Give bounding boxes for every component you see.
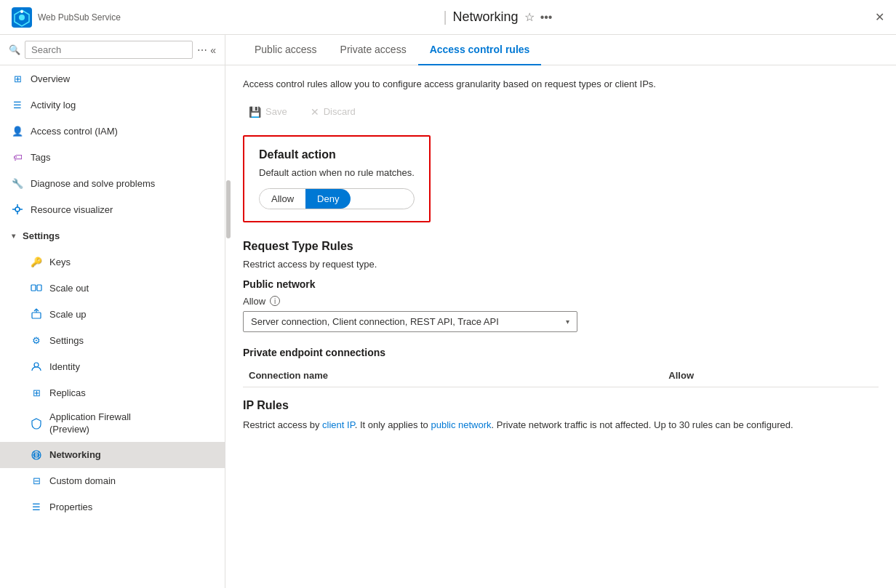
app-name: Web PubSub Service — [38, 12, 121, 23]
sidebar-item-label: Custom domain — [49, 475, 116, 486]
svg-rect-11 — [32, 313, 41, 318]
sidebar-item-visualizer[interactable]: Resource visualizer — [0, 196, 225, 222]
save-icon: 💾 — [249, 106, 261, 118]
sidebar-item-networking[interactable]: Networking — [0, 442, 225, 468]
favorite-icon[interactable]: ☆ — [524, 10, 535, 24]
sidebar-item-label: Access control (IAM) — [31, 126, 118, 137]
sidebar-item-tags[interactable]: 🏷 Tags — [0, 144, 225, 170]
discard-icon: ✕ — [311, 106, 319, 118]
title-bar-center: | Networking ☆ ••• — [443, 9, 552, 25]
col-connection-name: Connection name — [243, 370, 663, 381]
svg-point-4 — [15, 207, 20, 212]
overview-icon: ⊞ — [12, 73, 23, 84]
more-options-icon[interactable]: ••• — [540, 11, 553, 24]
table-header: Connection name Allow — [243, 364, 879, 387]
sidebar-item-diagnose[interactable]: 🔧 Diagnose and solve problems — [0, 170, 225, 196]
ip-rules-description: Restrict access by client IP. It only ap… — [243, 418, 879, 432]
title-bar-right: ✕ — [875, 10, 884, 24]
title-bar-left: Web PubSub Service — [12, 7, 121, 28]
sidebar-item-label: Networking — [49, 449, 101, 460]
sidebar-section-settings[interactable]: ▾ Settings — [0, 222, 225, 249]
sidebar: 🔍 ⋯ « ⊞ Overview ☰ Activity log — [0, 35, 225, 588]
sidebar-scrollbar-thumb — [226, 180, 231, 238]
sidebar-collapse-btn[interactable]: « — [210, 44, 216, 56]
client-ip-link[interactable]: client IP — [322, 419, 355, 430]
svg-rect-9 — [31, 285, 36, 291]
sidebar-item-label: Application Firewall(Preview) — [49, 411, 131, 436]
sidebar-item-keys[interactable]: 🔑 Keys — [0, 249, 225, 275]
sidebar-item-label: Scale out — [49, 283, 89, 294]
sidebar-item-settings[interactable]: ⚙ Settings — [0, 327, 225, 353]
close-icon[interactable]: ✕ — [875, 10, 884, 24]
settings-icon: ⚙ — [31, 334, 42, 346]
request-type-rules-desc: Restrict access by request type. — [243, 259, 879, 270]
keys-icon: 🔑 — [31, 256, 42, 267]
sidebar-item-label: Identity — [49, 361, 80, 372]
sidebar-item-label: Tags — [31, 152, 50, 163]
discard-button[interactable]: ✕ Discard — [305, 103, 361, 121]
sidebar-item-overview[interactable]: ⊞ Overview — [0, 65, 225, 92]
custom-domain-icon: ⊟ — [31, 475, 42, 487]
private-endpoint-title: Private endpoint connections — [243, 347, 879, 358]
sidebar-item-label: Replicas — [49, 387, 86, 398]
allow-toggle-btn[interactable]: Allow — [260, 189, 305, 209]
tab-private-access[interactable]: Private access — [329, 35, 418, 65]
title-bar: Web PubSub Service | Networking ☆ ••• ✕ — [0, 0, 896, 35]
scale-up-icon — [31, 308, 42, 320]
tab-public-access[interactable]: Public access — [243, 35, 329, 65]
deny-toggle-btn[interactable]: Deny — [305, 189, 351, 209]
col-allow: Allow — [663, 370, 879, 381]
ip-rules-title: IP Rules — [243, 399, 879, 412]
page-description: Access control rules allow you to config… — [243, 77, 879, 92]
save-button[interactable]: 💾 Save — [243, 103, 293, 121]
default-action-box: Default action Default action when no ru… — [243, 135, 431, 222]
sidebar-search-area: 🔍 ⋯ « — [0, 35, 225, 65]
sidebar-item-replicas[interactable]: ⊞ Replicas — [0, 379, 225, 406]
svg-rect-10 — [37, 285, 41, 291]
activity-log-icon: ☰ — [12, 99, 23, 110]
public-network-link[interactable]: public network — [431, 419, 491, 430]
dropdown-arrow-icon: ▾ — [566, 318, 569, 326]
info-icon[interactable]: i — [270, 296, 280, 306]
sidebar-item-identity[interactable]: Identity — [0, 353, 225, 379]
page-title: Networking — [453, 9, 519, 25]
public-network-dropdown[interactable]: Server connection, Client connection, RE… — [243, 311, 577, 332]
identity-icon — [31, 361, 42, 372]
networking-icon — [31, 449, 42, 461]
sidebar-item-scale-out[interactable]: Scale out — [0, 275, 225, 301]
sidebar-item-custom-domain[interactable]: ⊟ Custom domain — [0, 468, 225, 494]
sidebar-wrapper: 🔍 ⋯ « ⊞ Overview ☰ Activity log — [0, 35, 225, 588]
replicas-icon: ⊞ — [31, 387, 42, 398]
scale-out-icon — [31, 282, 42, 294]
sidebar-item-label: Properties — [49, 502, 92, 512]
sidebar-item-properties[interactable]: ☰ Properties — [0, 494, 225, 520]
allow-label: Allow i — [243, 296, 879, 307]
sidebar-item-app-firewall[interactable]: Application Firewall(Preview) — [0, 406, 225, 442]
sidebar-item-label: Overview — [31, 73, 70, 84]
search-icon: 🔍 — [9, 44, 20, 55]
main-layout: 🔍 ⋯ « ⊞ Overview ☰ Activity log — [0, 35, 896, 588]
content-area: Public access Private access Access cont… — [225, 35, 896, 588]
sidebar-item-scale-up[interactable]: Scale up — [0, 301, 225, 327]
app-firewall-icon — [31, 418, 42, 430]
sidebar-nav: ⊞ Overview ☰ Activity log 👤 Access contr… — [0, 65, 225, 588]
properties-icon: ☰ — [31, 502, 42, 513]
default-action-description: Default action when no rule matches. — [259, 167, 415, 178]
sidebar-item-activity-log[interactable]: ☰ Activity log — [0, 92, 225, 118]
sidebar-item-label: Resource visualizer — [31, 204, 113, 215]
svg-point-2 — [19, 15, 25, 20]
sidebar-item-iam[interactable]: 👤 Access control (IAM) — [0, 118, 225, 144]
tab-access-control[interactable]: Access control rules — [418, 35, 542, 65]
search-input[interactable] — [25, 41, 193, 59]
allow-deny-toggle: Allow Deny — [259, 188, 415, 209]
app-icon — [12, 7, 32, 28]
sidebar-item-label: Settings — [23, 230, 60, 241]
sidebar-filter-btn[interactable]: ⋯ — [197, 44, 207, 56]
svg-point-13 — [34, 363, 39, 367]
sidebar-item-label: Activity log — [31, 100, 76, 110]
diagnose-icon: 🔧 — [12, 177, 23, 189]
sidebar-item-label: Settings — [49, 335, 84, 346]
sidebar-item-label: Scale up — [49, 309, 87, 320]
iam-icon: 👤 — [12, 125, 23, 137]
content-body: Access control rules allow you to config… — [225, 65, 896, 588]
